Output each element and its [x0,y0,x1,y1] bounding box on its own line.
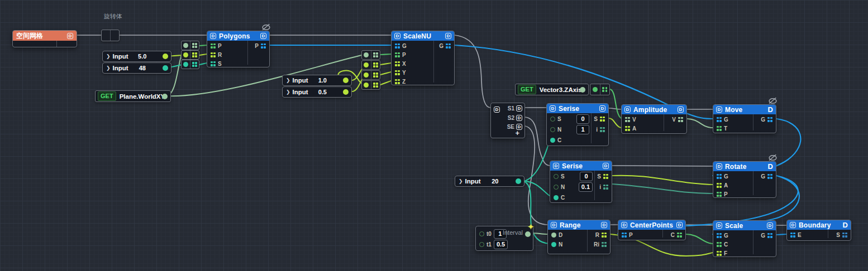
node-range[interactable]: D Range D D N R Ri [547,220,611,254]
node-header[interactable]: D Amplitude D [622,105,686,114]
relay-output-port[interactable] [190,51,199,59]
input-port-row[interactable]: T [713,124,759,133]
node-header[interactable]: D Serise D [550,161,612,171]
input-value[interactable]: 48 [139,65,146,71]
get-node-vector3-zaxis[interactable]: GET Vector3.ZAxis [515,84,589,95]
input-port-row[interactable]: X [392,59,437,68]
data-out-icon[interactable]: D [768,106,773,113]
node-polygons[interactable]: D Polygons D P R S P [207,31,270,67]
sequence-output-row[interactable]: SE D [507,123,522,130]
data-out-icon[interactable]: D [516,105,522,112]
node-header[interactable]: D Serise D [547,104,608,113]
output-port[interactable] [343,78,349,83]
data-out-icon[interactable]: D [603,163,609,169]
value-box[interactable]: 0 [580,172,593,181]
input-port-row[interactable]: S [207,59,252,68]
node-interval[interactable]: t0 1 t1 0.5 Interval [475,226,533,251]
output-port-row[interactable]: i [596,125,608,134]
relay-output-port[interactable] [371,81,380,89]
data-in-icon[interactable]: D [394,33,400,39]
input-pill-count[interactable]: ❯ Input 20 [455,176,524,187]
input-pill-radius[interactable]: ❯ Input 5.0 [102,51,171,62]
output-port-row[interactable]: P [255,41,269,50]
data-in-icon[interactable]: D [494,107,500,113]
wire[interactable] [380,63,391,65]
input-value[interactable]: 0.5 [318,89,327,95]
wire[interactable] [523,141,550,181]
node-amplitude[interactable]: D Amplitude D V A V [621,104,687,134]
node-sequence[interactable]: D S1 D S2 D SE D + [490,103,525,138]
data-out-icon[interactable]: D [260,33,266,39]
value-box[interactable]: 0 [576,114,589,124]
input-port-row[interactable]: C [550,193,595,202]
input-port-row[interactable]: F [713,249,759,258]
relay-node[interactable] [590,84,610,95]
node-header[interactable]: D Move D [713,105,776,114]
node-serise-1[interactable]: D Serise D S0 N1 C S i [546,103,609,146]
output-port[interactable] [162,94,168,99]
relay-input-port[interactable] [362,81,371,89]
input-port-row[interactable]: Z [392,77,437,86]
wire[interactable] [612,176,713,185]
node-header[interactable]: D Rotate D [713,162,776,171]
data-in-icon[interactable]: D [716,107,722,113]
node-header[interactable]: D Range D [548,220,610,230]
input-port-row[interactable]: N1 [547,125,592,134]
relay-node[interactable] [361,50,380,60]
data-out-icon[interactable]: D [678,107,684,113]
input-port-row[interactable]: Y [392,68,437,77]
sequence-output-row[interactable]: S2 D [508,114,522,122]
data-in-icon[interactable]: D [624,107,631,113]
preview-off-icon[interactable] [768,154,778,161]
input-value[interactable]: 20 [492,178,498,185]
relay-input-port[interactable] [590,84,600,95]
input-port-row[interactable]: S0 [547,114,592,123]
input-port-row[interactable]: G [713,115,759,124]
relay-output-cell[interactable] [111,30,119,41]
wire[interactable] [612,166,713,166]
input-port[interactable] [479,242,484,247]
relay-input-port[interactable] [362,71,371,79]
relay-input-port[interactable] [182,41,190,50]
wire-junction-marker[interactable]: ✦ [527,222,535,232]
node-header[interactable]: D CenterPoints D [618,220,685,230]
node-rotate[interactable]: D Rotate D G A P G [713,161,776,198]
input-port-row[interactable]: E [787,230,834,239]
relay-output-port[interactable] [371,51,380,59]
input-port-row[interactable]: P [618,230,669,239]
relay-node[interactable] [181,41,199,50]
output-port-row[interactable]: G [761,115,776,124]
output-port-row[interactable]: C [671,230,685,239]
output-port[interactable] [580,87,585,93]
output-port[interactable] [343,89,349,95]
input-port-row[interactable]: P [392,50,437,59]
data-out-icon[interactable]: D [676,222,683,228]
output-port-row[interactable]: G [761,231,776,240]
output-port-row[interactable]: R [595,230,610,239]
input-port-row[interactable]: N [548,240,593,249]
wire[interactable] [610,89,621,118]
output-port-row[interactable]: S [836,230,851,239]
input-value[interactable]: 1.0 [318,77,327,84]
input-port-row[interactable]: N0.1 [550,182,595,191]
output-port-row[interactable]: Ri [594,240,610,249]
relay-node[interactable] [181,50,199,60]
input-port-row[interactable]: C [547,136,592,144]
relay-node[interactable] [361,60,380,70]
wire[interactable] [525,126,547,225]
output-port-row[interactable]: G [761,172,776,181]
input-port-row[interactable]: A [713,181,759,190]
sequence-output-row[interactable]: S1 D [508,104,522,112]
preview-off-icon[interactable] [261,23,271,31]
input-port-row[interactable]: D [548,230,593,239]
data-in-icon[interactable]: D [716,222,722,229]
node-header[interactable]: D Boundary D [787,220,851,230]
node-scale[interactable]: D Scale D G C F G [713,220,776,257]
node-scalenu[interactable]: D ScaleNU D G P X Y Z G [391,31,455,85]
output-port-row[interactable]: G [439,41,454,50]
node-header[interactable]: 空间网格 D [13,31,77,41]
data-in-icon[interactable]: D [210,33,216,39]
node-header[interactable]: D Polygons D [207,31,269,41]
relay-node[interactable] [361,70,380,80]
relay-node-empty[interactable] [101,30,120,41]
